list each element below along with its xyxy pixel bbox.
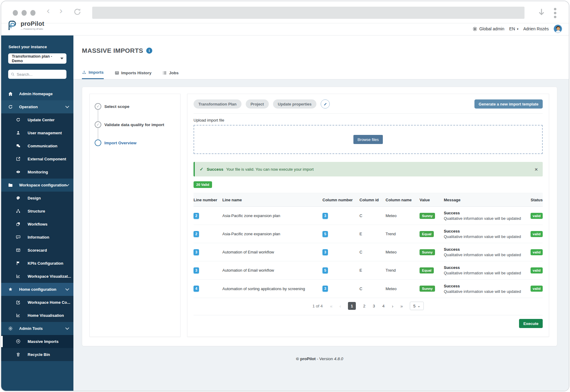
gear-icon (8, 326, 13, 331)
step-select-scope[interactable]: ✓ Select scope (95, 103, 180, 110)
info-icon[interactable]: i (146, 48, 152, 54)
chevron-down-icon (65, 326, 69, 330)
sidebar-item-workspace-visualization[interactable]: Workspace Visualizat... (1, 270, 73, 283)
edit-scope-button[interactable] (321, 99, 330, 109)
download-circle-icon (16, 339, 21, 344)
sidebar-item-design[interactable]: Design (1, 192, 73, 205)
value-badge: Equal (420, 231, 434, 237)
check-circle-icon: ✓ (95, 103, 101, 110)
column-name-cell: Trend (386, 268, 420, 273)
page-button-4[interactable]: 4 (382, 304, 385, 308)
status-badge: valid (531, 231, 543, 237)
page-button-1[interactable]: 1 (348, 302, 356, 310)
close-icon[interactable]: × (535, 166, 538, 172)
sidebar-item-structure[interactable]: Structure (1, 205, 73, 218)
column-id-cell: C (359, 250, 386, 254)
sidebar-item-home-visualisation[interactable]: Home Visualisation (1, 309, 73, 322)
footer-version: 4.8.0 (334, 357, 343, 361)
column-id-cell: C (359, 286, 386, 291)
sidebar-item-external-component[interactable]: External Component (1, 152, 73, 166)
pagination-summary: 1 of 4 (312, 304, 323, 308)
window-controls (13, 10, 35, 16)
sidebar-item-massive-imports[interactable]: Massive Imports (1, 335, 73, 348)
language-selector[interactable]: EN ▾ (509, 26, 518, 31)
pencil-icon (323, 102, 327, 106)
column-number-badge: 5 (322, 267, 328, 273)
download-icon[interactable] (537, 7, 546, 18)
column-number-badge: 3 (322, 286, 328, 292)
folder-icon (8, 183, 13, 188)
sidebar-item-operation[interactable]: Operation (1, 100, 73, 113)
alert-message: Your file is valid. You can now execute … (226, 167, 314, 172)
kebab-menu-icon[interactable] (554, 8, 556, 18)
chevron-down-icon (65, 287, 69, 291)
sidebar-item-workspace-configuration[interactable]: Workspace configuration (1, 179, 73, 192)
sidebar-item-information[interactable]: Information (1, 231, 73, 244)
content-area: ✓ Select scope ✓ Validate data quality f… (73, 79, 569, 391)
page-button-2[interactable]: 2 (363, 304, 366, 308)
global-admin-label: Global admin (479, 26, 504, 31)
table-grid-icon (115, 71, 119, 75)
next-page-icon[interactable]: › (392, 303, 393, 309)
sidebar-item-monitoring[interactable]: Monitoring (1, 166, 73, 179)
table-row: 2 Asia-Pacific zone expansion plan 3 C M… (194, 207, 543, 225)
step-import-overview[interactable]: Import Overview (95, 139, 180, 146)
table-row: 3 Automation of Email workflow 5 E Trend… (194, 261, 543, 280)
user-icon (16, 130, 21, 136)
execute-button[interactable]: Execute (519, 319, 543, 328)
sidebar-item-user-management[interactable]: User management (1, 126, 73, 139)
table-row: 3 Automation of Email workflow 3 C Meteo… (194, 243, 543, 261)
language-value: EN (509, 26, 515, 31)
divider (194, 113, 543, 114)
page-button-3[interactable]: 3 (373, 304, 375, 308)
trash-icon (16, 352, 21, 357)
user-menu[interactable]: Adrien Rozès (523, 26, 549, 31)
step-validate-data[interactable]: ✓ Validate data quality for import (95, 121, 180, 128)
column-id-cell: E (359, 232, 386, 236)
sidebar-item-home-configuration[interactable]: Home configuration (1, 283, 73, 296)
column-name-cell: Trend (386, 232, 420, 236)
sidebar-item-kpis-configuration[interactable]: KPIs Configuration (1, 257, 73, 270)
page-head: MASSIVE IMPORTS i Imports Imports Histor… (73, 35, 569, 79)
url-bar[interactable] (92, 7, 524, 19)
sidebar-search[interactable] (8, 70, 66, 79)
page-size-select[interactable]: 5 ⌄ (410, 302, 424, 310)
tab-jobs[interactable]: Jobs (162, 70, 179, 79)
sidebar-item-scorecard[interactable]: Scorecard (1, 244, 73, 257)
brand-logo: proPilot — Powered by dFakto (6, 19, 44, 31)
sidebar-item-recycle-bin[interactable]: Recycle Bin (1, 348, 73, 361)
tab-imports-history[interactable]: Imports History (115, 70, 152, 79)
line-number-badge: 3 (194, 267, 199, 273)
sidebar-item-communication[interactable]: Communication (1, 139, 73, 152)
sidebar-item-admin-tools[interactable]: Admin Tools (1, 322, 73, 335)
status-badge: valid (531, 267, 543, 273)
back-icon[interactable]: ‹ (47, 5, 50, 16)
edit-icon (16, 300, 21, 305)
message-cell: SuccessQualitative information value wil… (444, 265, 524, 275)
sidebar-item-update-center[interactable]: Update Center (1, 113, 73, 126)
column-number-badge: 3 (322, 213, 328, 219)
check-circle-icon: ✓ (95, 121, 101, 128)
message-cell: SuccessQualitative information value wil… (444, 284, 524, 294)
sidebar-item-workflows[interactable]: Workflows (1, 218, 73, 231)
update-center-icon (16, 117, 21, 122)
generate-template-button[interactable]: Generate a new import template (474, 99, 543, 109)
global-admin-menu[interactable]: Global admin (472, 26, 504, 32)
sidebar-item-workspace-home-configuration[interactable]: Workspace Home Co... (1, 296, 73, 309)
column-name-cell: Meteo (386, 250, 420, 254)
forward-icon[interactable]: › (59, 5, 62, 16)
last-page-icon[interactable]: » (400, 303, 403, 309)
browse-files-button[interactable]: Browse files (353, 135, 383, 144)
avatar[interactable] (554, 25, 562, 33)
upload-dropzone[interactable]: Browse files (194, 125, 543, 154)
flag-icon (16, 261, 21, 266)
tab-imports[interactable]: Imports (82, 70, 104, 79)
refresh-icon[interactable] (73, 7, 82, 18)
step-connector (98, 110, 98, 121)
line-name-cell: Automation of sorting applications by sc… (222, 286, 322, 291)
comment-dots-icon (16, 235, 21, 240)
search-input[interactable] (17, 72, 59, 77)
instance-select[interactable]: Transformation plan - Demo (8, 53, 66, 64)
sidebar-item-admin-homepage[interactable]: Admin Homepage (1, 87, 73, 100)
sidebar: Select your instance Transformation plan… (1, 35, 73, 391)
